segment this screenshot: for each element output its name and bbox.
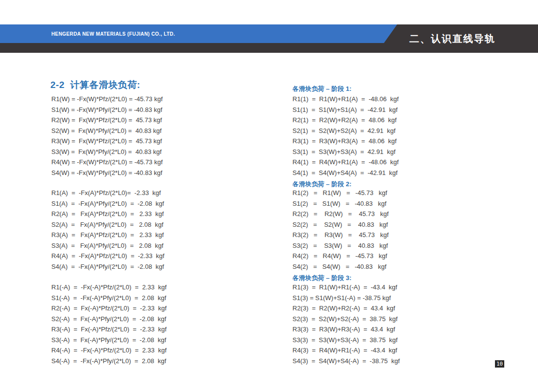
formula-line: S1(2) = S1(W) = -40.83 kgf [292,198,389,209]
page-title: 2-2 计算各滑块负荷: [50,79,140,91]
formula-line: R1(2) = R1(W) = -45.73 kgf [292,188,389,198]
formula-line: R2(-A) = Fx(-A)*Pfz/(2*L0) = -2.33 kgf [51,303,167,314]
formula-line: S3(-A) = Fx(-A)*Pfy/(2*L0) = -2.08 kgf [51,335,167,346]
formula-line: S2(2) = S2(W) = 40.83 kgf [292,219,389,230]
formula-line: S2(A) = Fx(A)*Pfy/(2*L0) = 2.08 kgf [51,219,164,230]
formula-line: S1(W) = -Fx(W)*Pfy/(2*L0) = -40.83 kgf [51,105,163,115]
formula-block-phase-3: R1(3) = R1(W)+R1(-A) = -43.4 kgf S1(3) =… [292,282,400,366]
formula-line: S4(3) = S4(W)+S4(-A) = -38.75 kgf [292,356,400,367]
formula-line: R3(2) = R3(W) = 45.73 kgf [292,230,389,240]
formula-line: R4(-A) = -Fx(-A)*Pfz/(2*L0) = 2.33 kgf [51,345,167,356]
formula-line: R4(A) = -Fx(A)*Pfz/(2*L0) = -2.33 kgf [51,251,164,261]
formula-block-w: R1(W) = -Fx(W)*Pfz/(2*L0) = -45.73 kgf S… [51,94,163,178]
formula-block-phase-2: R1(2) = R1(W) = -45.73 kgf S1(2) = S1(W)… [292,188,389,272]
formula-line: R1(A) = -Fx(A)*Pfz/(2*L0)= -2.33 kgf [51,188,164,198]
formula-line: R2(2) = R2(W) = 45.73 kgf [292,209,389,219]
formula-line: S3(W) = Fx(W)*Pfy/(2*L0) = 40.83 kgf [51,147,163,157]
formula-line: R1(1) = R1(W)+R1(A) = -48.06 kgf [292,94,399,105]
phase-3-heading: 各滑块负荷 – 阶段 3: [292,274,352,283]
company-banner: HENGERDA NEW MATERIALS (FUJIAN) CO., LTD… [0,24,397,43]
formula-line: R1(-A) = -Fx(-A)*Pfz/(2*L0) = 2.33 kgf [51,282,167,293]
formula-line: S1(-A) = -Fx(-A)*Pfy/(2*L0) = 2.08 kgf [51,293,167,304]
formula-line: S4(1) = S4(W)+S4(A) = -42.91 kgf [292,168,399,178]
formula-line: S1(A) = -Fx(A)*Pfy/(2*L0) = -2.08 kgf [51,198,164,209]
phase-1-heading: 各滑块负荷 – 阶段 1: [292,85,352,93]
formula-line: S3(1) = S3(W)+S3(A) = 42.91 kgf [292,147,399,157]
formula-line: S2(-A) = Fx(-A)*Pfy/(2*L0) = -2.08 kgf [51,314,167,325]
formula-line: S4(2) = S4(W) = -40.83 kgf [292,261,389,272]
formula-line: R1(3) = R1(W)+R1(-A) = -43.4 kgf [292,282,400,293]
formula-line: R2(A) = Fx(A)*Pfz/(2*L0) = 2.33 kgf [51,209,164,219]
formula-line: R3(1) = R3(W)+R3(A) = 48.06 kgf [292,136,399,147]
formula-line: S2(3) = S2(W)+S2(-A) = 38.75 kgf [292,314,400,325]
formula-line: S3(2) = S3(W) = 40.83 kgf [292,240,389,251]
formula-line: R2(3) = R2(W)+R2(-A) = 43.4 kgf [292,303,400,314]
formula-line: S1(1) = S1(W)+S1(A) = -42.91 kgf [292,105,399,115]
formula-line: S4(-A) = -Fx(-A)*Pfy/(2*L0) = 2.08 kgf [51,356,167,367]
formula-line: R3(3) = R3(W)+R3(-A) = 43.4 kgf [292,324,400,335]
formula-line: R3(-A) = Fx(-A)*Pfz/(2*L0) = -2.33 kgf [51,324,167,335]
formula-block-phase-1: R1(1) = R1(W)+R1(A) = -48.06 kgf S1(1) =… [292,94,399,178]
formula-block-neg-a: R1(-A) = -Fx(-A)*Pfz/(2*L0) = 2.33 kgf S… [51,282,167,366]
formula-line: R2(1) = R2(W)+R2(A) = 48.06 kgf [292,115,399,126]
formula-line: S2(1) = S2(W)+S2(A) = 42.91 kgf [292,126,399,136]
formula-line: R1(W) = -Fx(W)*Pfz/(2*L0) = -45.73 kgf [51,94,163,105]
formula-line: R4(3) = R4(W)+R1(-A) = -43.4 kgf [292,345,400,356]
formula-line: R4(1) = R4(W)+R1(A) = -48.06 kgf [292,157,399,168]
formula-line: R4(2) = R4(W) = -45.73 kgf [292,251,389,261]
company-name: HENGERDA NEW MATERIALS (FUJIAN) CO., LTD… [0,31,175,37]
formula-line: R4(W) = -Fx(W)*Pfz/(2*L0) = -45.73 kgf [51,157,163,168]
formula-line: S4(W) = -Fx(W)*Pfy/(2*L0) = -40.83 kgf [51,168,163,178]
page-number-badge: 10 [495,360,504,368]
formula-line: S4(A) = -Fx(A)*Pfy/(2*L0) = -2.08 kgf [51,261,164,272]
formula-line: R3(A) = Fx(A)*Pfz/(2*L0) = 2.33 kgf [51,230,164,240]
formula-line: S2(W) = Fx(W)*Pfy/(2*L0) = 40.83 kgf [51,126,163,136]
formula-line: S3(3) = S3(W)+S3(-A) = 38.75 kgf [292,335,400,346]
formula-line: R2(W) = Fx(W)*Pfz/(2*L0) = 45.73 kgf [51,115,163,126]
formula-line: S3(A) = Fx(A)*Pfy/(2*L0) = 2.08 kgf [51,240,164,251]
formula-line: R3(W) = Fx(W)*Pfz/(2*L0) = 45.73 kgf [51,136,163,147]
formula-line: S1(3) = S1(W)+S1(-A) = -38.75 kgf [292,293,400,304]
chapter-title: 二、认识直线导轨 [409,32,495,45]
formula-block-a: R1(A) = -Fx(A)*Pfz/(2*L0)= -2.33 kgf S1(… [51,188,164,272]
